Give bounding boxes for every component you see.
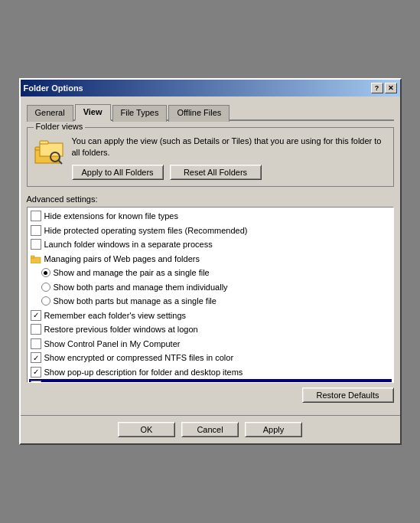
dialog-body: General View File Types Offline Files Fo… bbox=[21, 96, 400, 413]
restore-defaults-container: Restore Defaults bbox=[27, 387, 394, 403]
title-bar: Folder Options ? ✕ bbox=[21, 80, 400, 96]
folder-icon bbox=[34, 136, 64, 166]
restore-defaults-button[interactable]: Restore Defaults bbox=[302, 387, 394, 403]
apply-to-all-folders-button[interactable]: Apply to All Folders bbox=[72, 165, 164, 180]
list-item-text: Show and manage the pair as a single fil… bbox=[54, 266, 210, 279]
list-item[interactable]: Show encrypted or compressed NTFS files … bbox=[29, 351, 392, 365]
folder-views-content: You can apply the view (such as Details … bbox=[34, 136, 387, 181]
tab-filetypes[interactable]: File Types bbox=[112, 105, 168, 122]
list-item[interactable]: Show and manage the pair as a single fil… bbox=[29, 266, 392, 280]
list-item[interactable]: Use simple file sharing (Recommended) bbox=[29, 379, 392, 383]
list-item-text: Hide protected operating system files (R… bbox=[44, 224, 248, 237]
dialog-title: Folder Options bbox=[24, 83, 83, 93]
list-item-text: Show pop-up description for folder and d… bbox=[44, 366, 243, 379]
folder-options-dialog: Folder Options ? ✕ General View File Typ… bbox=[19, 78, 402, 446]
folder-views-description: You can apply the view (such as Details … bbox=[72, 136, 387, 159]
list-item-text: Restore previous folder windows at logon bbox=[44, 323, 198, 336]
list-item[interactable]: Show both parts but manage as a single f… bbox=[29, 294, 392, 309]
list-item[interactable]: Show Control Panel in My Computer bbox=[29, 337, 392, 351]
advanced-section: Advanced settings: Hide extensions for k… bbox=[27, 194, 394, 383]
list-item[interactable]: Launch folder windows in a separate proc… bbox=[29, 237, 392, 252]
list-item-text: Show both parts and manage them individu… bbox=[54, 281, 228, 294]
tab-offlinefiles[interactable]: Offline Files bbox=[168, 105, 230, 122]
checkbox-icon bbox=[31, 381, 41, 383]
svg-rect-7 bbox=[31, 256, 34, 258]
list-item-text: Show both parts but manage as a single f… bbox=[54, 295, 217, 308]
list-item[interactable]: Hide extensions for known file types bbox=[29, 209, 392, 224]
list-item[interactable]: Hide protected operating system files (R… bbox=[29, 224, 392, 238]
advanced-settings-list[interactable]: Hide extensions for known file types Hid… bbox=[27, 207, 394, 383]
folder-small-icon bbox=[31, 253, 41, 264]
tab-strip: General View File Types Offline Files bbox=[27, 103, 394, 121]
list-item-text: Remember each folder's view settings bbox=[44, 309, 187, 322]
list-item-text: Hide extensions for known file types bbox=[44, 210, 178, 223]
tab-general[interactable]: General bbox=[27, 105, 73, 122]
list-item-text: Use simple file sharing (Recommended) bbox=[44, 380, 194, 383]
svg-rect-3 bbox=[40, 141, 48, 144]
radio-icon bbox=[41, 283, 50, 292]
close-button[interactable]: ✕ bbox=[385, 83, 397, 93]
ok-button[interactable]: OK bbox=[118, 422, 175, 437]
title-bar-buttons: ? ✕ bbox=[371, 83, 397, 93]
list-item-text: Managing pairs of Web pages and folders bbox=[44, 253, 200, 266]
dialog-bottom-buttons: OK Cancel Apply bbox=[21, 415, 400, 443]
cancel-button[interactable]: Cancel bbox=[181, 422, 239, 437]
checkbox-icon bbox=[31, 367, 41, 378]
folder-views-label: Folder views bbox=[34, 122, 86, 131]
checkbox-icon bbox=[31, 211, 41, 221]
checkbox-icon bbox=[31, 310, 41, 321]
checkbox-icon bbox=[31, 338, 41, 349]
list-item[interactable]: Show pop-up description for folder and d… bbox=[29, 365, 392, 380]
checkbox-icon bbox=[31, 239, 41, 250]
reset-all-folders-button[interactable]: Reset All Folders bbox=[170, 165, 262, 180]
help-button[interactable]: ? bbox=[371, 83, 383, 93]
radio-icon bbox=[41, 296, 50, 306]
checkbox-icon bbox=[31, 225, 41, 236]
apply-button[interactable]: Apply bbox=[245, 422, 302, 437]
list-item[interactable]: Managing pairs of Web pages and folders bbox=[29, 252, 392, 266]
folder-views-buttons: Apply to All Folders Reset All Folders bbox=[72, 165, 387, 180]
advanced-label: Advanced settings: bbox=[27, 194, 394, 204]
list-item-text: Launch folder windows in a separate proc… bbox=[44, 238, 213, 251]
checkbox-icon bbox=[31, 324, 41, 335]
folder-views-group: Folder views You bbox=[27, 127, 394, 188]
radio-icon bbox=[41, 268, 50, 277]
list-item[interactable]: Remember each folder's view settings bbox=[29, 309, 392, 323]
list-item[interactable]: Show both parts and manage them individu… bbox=[29, 280, 392, 295]
checkbox-icon bbox=[31, 352, 41, 363]
list-item-text: Show Control Panel in My Computer bbox=[44, 338, 181, 351]
list-item[interactable]: Restore previous folder windows at logon bbox=[29, 322, 392, 337]
tab-view[interactable]: View bbox=[75, 104, 111, 121]
list-item-text: Show encrypted or compressed NTFS files … bbox=[44, 351, 234, 364]
